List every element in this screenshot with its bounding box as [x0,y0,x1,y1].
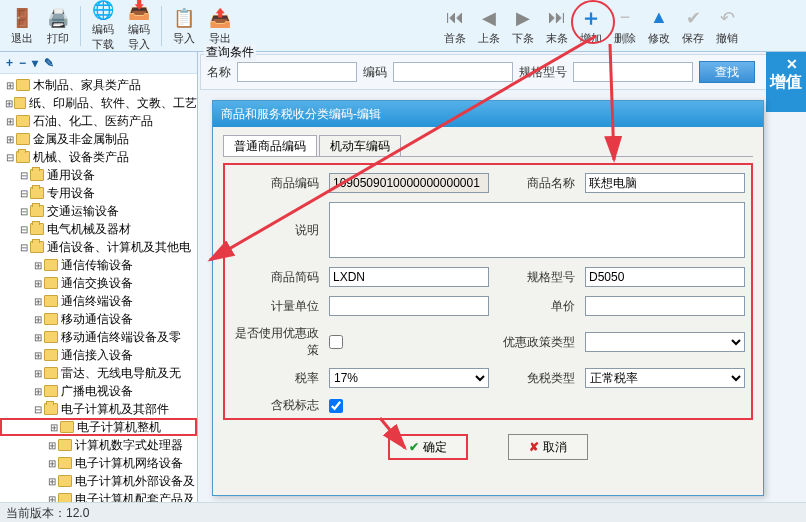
prev-record-button[interactable]: ◀上条 [472,2,506,50]
tree-item[interactable]: ⊞通信传输设备 [0,256,197,274]
expand-icon[interactable]: ⊞ [32,278,44,289]
save-record-button[interactable]: ✔保存 [676,2,710,50]
collapse-icon[interactable]: ⊟ [18,242,30,253]
promo-select[interactable] [585,332,745,352]
category-tree[interactable]: ⊞木制品、家具类产品⊞纸、印刷品、软件、文教、工艺⊞石油、化工、医药产品⊞金属及… [0,74,197,502]
name-input[interactable] [585,173,745,193]
desc-input[interactable] [329,202,745,258]
folder-icon [44,367,58,379]
short-input[interactable] [329,267,489,287]
expand-icon[interactable]: ⊞ [4,134,16,145]
export-button[interactable]: 📤 导出 [202,2,238,50]
tree-item[interactable]: ⊞移动通信设备 [0,310,197,328]
expand-icon[interactable]: ⊞ [32,368,44,379]
unit-input[interactable] [329,296,489,316]
tree-item[interactable]: ⊞电子计算机网络设备 [0,454,197,472]
ispromo-checkbox[interactable] [329,335,343,349]
tree-item[interactable]: ⊞通信交换设备 [0,274,197,292]
tree-add-icon[interactable]: + [6,56,13,70]
rate-select[interactable]: 17% [329,368,489,388]
expand-icon[interactable]: ⊞ [46,458,58,469]
folder-icon [30,223,44,235]
last-record-button[interactable]: ⏭末条 [540,2,574,50]
tree-edit-icon[interactable]: ✎ [44,56,54,70]
tree-item-label: 电子计算机网络设备 [75,455,183,472]
tree-item-label: 计算机数字式处理器 [75,437,183,454]
collapse-icon[interactable]: ⊟ [18,206,30,217]
query-spec-input[interactable] [573,62,693,82]
tree-item-label: 通用设备 [47,167,95,184]
collapse-icon[interactable]: ⊟ [18,188,30,199]
tree-item[interactable]: ⊟专用设备 [0,184,197,202]
tree-item[interactable]: ⊟通信设备、计算机及其他电 [0,238,197,256]
expand-icon[interactable]: ⊞ [32,260,44,271]
save-icon: ✔ [681,6,705,30]
taxmark-label: 含税标志 [233,397,319,414]
undo-label: 撤销 [716,31,738,46]
expand-icon[interactable]: ⊞ [4,80,16,91]
tree-item[interactable]: ⊞纸、印刷品、软件、文教、工艺 [0,94,197,112]
unit-label: 计量单位 [233,298,319,315]
edit-record-button[interactable]: ▲修改 [642,2,676,50]
tab-vehicle[interactable]: 机动车编码 [319,135,401,156]
encode-download-button[interactable]: 🌐 编码 下载 [85,2,121,50]
tree-item[interactable]: ⊟交通运输设备 [0,202,197,220]
tree-item[interactable]: ⊞电子计算机配套产品及 [0,490,197,502]
expand-icon[interactable]: ⊞ [32,332,44,343]
taxmark-checkbox[interactable] [329,399,343,413]
tab-general[interactable]: 普通商品编码 [223,135,317,156]
collapse-icon[interactable]: ⊟ [18,170,30,181]
ispromo-label: 是否使用优惠政策 [233,325,319,359]
tree-item[interactable]: ⊞移动通信终端设备及零 [0,328,197,346]
expand-icon[interactable]: ⊞ [32,296,44,307]
expand-icon[interactable]: ⊞ [32,386,44,397]
tree-item[interactable]: ⊞通信终端设备 [0,292,197,310]
tree-item[interactable]: ⊞计算机数字式处理器 [0,436,197,454]
expand-icon[interactable]: ⊞ [46,494,58,503]
tree-item[interactable]: ⊞电子计算机外部设备及 [0,472,197,490]
spec-input[interactable] [585,267,745,287]
tree-item[interactable]: ⊟通用设备 [0,166,197,184]
price-input[interactable] [585,296,745,316]
ok-button[interactable]: ✔ 确定 [388,434,468,460]
expand-icon[interactable]: ⊞ [32,314,44,325]
expand-icon[interactable]: ⊞ [4,98,14,109]
tree-item[interactable]: ⊞石油、化工、医药产品 [0,112,197,130]
tree-down-icon[interactable]: ▾ [32,56,38,70]
exit-button[interactable]: 🚪 退出 [4,2,40,50]
expand-icon[interactable]: ⊞ [46,476,58,487]
expand-icon[interactable]: ⊞ [46,440,58,451]
tree-del-icon[interactable]: − [19,56,26,70]
tree-item[interactable]: ⊟机械、设备类产品 [0,148,197,166]
collapse-icon[interactable]: ⊟ [18,224,30,235]
query-code-input[interactable] [393,62,513,82]
encode-import-button[interactable]: 📥 编码 导入 [121,2,157,50]
tree-item[interactable]: ⊟电气机械及器材 [0,220,197,238]
add-record-button[interactable]: ＋增加 [574,2,608,50]
close-icon[interactable]: ✕ [786,56,798,72]
expand-icon[interactable]: ⊞ [48,422,60,433]
next-record-button[interactable]: ▶下条 [506,2,540,50]
expand-icon[interactable]: ⊞ [32,350,44,361]
first-record-button[interactable]: ⏮首条 [438,2,472,50]
collapse-icon[interactable]: ⊟ [32,404,44,415]
find-button[interactable]: 查找 [699,61,755,83]
delete-record-button[interactable]: −删除 [608,2,642,50]
tree-item[interactable]: ⊞金属及非金属制品 [0,130,197,148]
cancel-button[interactable]: ✘ 取消 [508,434,588,460]
collapse-icon[interactable]: ⊟ [4,152,16,163]
expand-icon[interactable]: ⊞ [4,116,16,127]
tree-item[interactable]: ⊞电子计算机整机 [0,418,197,436]
exempt-select[interactable]: 正常税率 [585,368,745,388]
tree-item[interactable]: ⊟电子计算机及其部件 [0,400,197,418]
query-name-input[interactable] [237,62,357,82]
tree-item[interactable]: ⊞雷达、无线电导航及无 [0,364,197,382]
tree-item[interactable]: ⊞广播电视设备 [0,382,197,400]
folder-icon [44,331,58,343]
print-button[interactable]: 🖨️ 打印 [40,2,76,50]
next-icon: ▶ [511,6,535,30]
undo-button[interactable]: ↶撤销 [710,2,744,50]
import-button[interactable]: 📋 导入 [166,2,202,50]
tree-item[interactable]: ⊞木制品、家具类产品 [0,76,197,94]
tree-item[interactable]: ⊞通信接入设备 [0,346,197,364]
